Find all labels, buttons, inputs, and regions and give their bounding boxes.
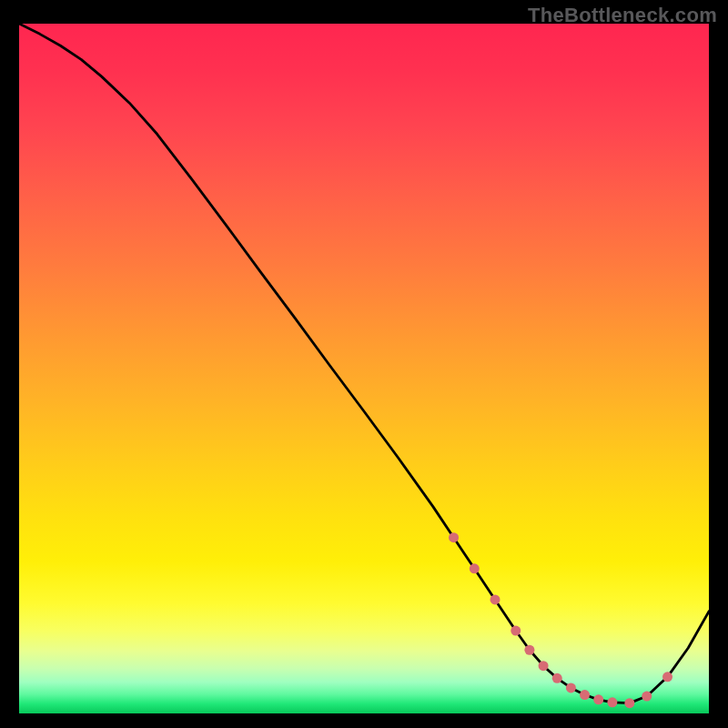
chart-svg (19, 24, 709, 713)
curve-marker (624, 698, 634, 708)
curve-marker (524, 645, 534, 655)
curve-marker (511, 626, 521, 636)
curve-marker (566, 682, 576, 693)
curve-marker (607, 697, 617, 707)
plot-area (19, 24, 709, 713)
curve-marker (642, 692, 652, 702)
watermark-text: TheBottleneck.com (528, 4, 717, 27)
curve-marker (539, 661, 549, 671)
curve-marker (580, 690, 590, 700)
chart-background (19, 24, 709, 713)
curve-marker (552, 673, 562, 683)
curve-marker (449, 532, 459, 542)
chart-container: TheBottleneck.com (0, 0, 728, 728)
curve-marker (662, 672, 672, 682)
curve-marker (490, 594, 500, 604)
curve-marker (593, 694, 603, 704)
curve-marker (470, 563, 480, 573)
